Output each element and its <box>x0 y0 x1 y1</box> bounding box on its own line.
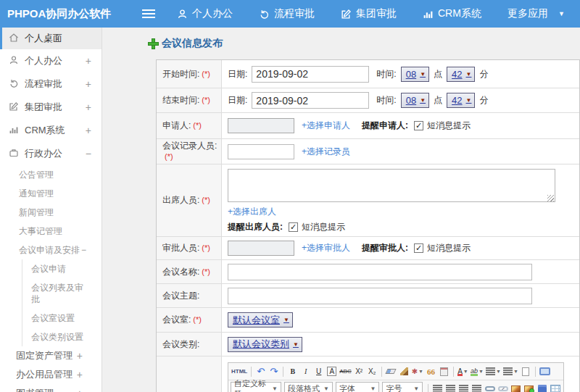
highlight-color-button[interactable]: ab▼ <box>470 365 484 378</box>
align-center-icon[interactable] <box>444 383 457 392</box>
nav-crm-system[interactable]: CRM系统 <box>423 7 481 20</box>
pick-attendees-link[interactable]: +选择出席人 <box>228 206 276 218</box>
attendees-textarea[interactable] <box>228 169 555 202</box>
sidebar-item-desktop[interactable]: 个人桌面 <box>0 28 102 49</box>
sidebar-item-label: 图书管理 <box>16 387 54 392</box>
bold-button[interactable]: B <box>286 365 299 378</box>
caret-down-icon: ▼ <box>418 369 423 374</box>
ordered-list-button[interactable]: ▼ <box>485 365 502 378</box>
insert-media-icon[interactable] <box>536 383 548 392</box>
pick-approver-link[interactable]: +选择审批人 <box>302 242 350 254</box>
italic-button[interactable]: I <box>299 365 312 378</box>
expand-icon[interactable]: + <box>86 125 91 136</box>
sidebar-item-meeting-apply[interactable]: 会议申请 <box>22 259 89 278</box>
underline-button[interactable]: U <box>312 365 325 378</box>
start-date-input[interactable] <box>252 66 369 83</box>
end-minute-select[interactable]: 42▼ <box>447 93 475 108</box>
approver-sms-checkbox[interactable]: ✓ <box>414 243 423 253</box>
link-icon[interactable] <box>484 383 496 392</box>
meeting-type-select[interactable]: 默认会议类别▼ <box>228 337 302 352</box>
strikethrough-button[interactable]: ABC <box>339 365 352 378</box>
sidebar-item-notice-mgmt[interactable]: 通知管理 <box>0 184 102 203</box>
end-date-input[interactable] <box>252 92 369 109</box>
expand-icon[interactable]: + <box>77 388 83 392</box>
redo-icon[interactable]: ↷ <box>268 365 280 378</box>
align-justify-icon[interactable] <box>471 383 483 392</box>
attendees-sms-checkbox[interactable]: ✓ <box>289 222 298 232</box>
expand-icon[interactable]: + <box>77 350 83 362</box>
paint-format-button[interactable]: ✱▼ <box>411 365 424 378</box>
editor-toolbar-row1: HTML ↶ ↷ B I U A ABC X² X₂ <box>228 363 563 380</box>
recorder-input[interactable] <box>228 144 294 159</box>
align-left-icon[interactable] <box>431 383 444 392</box>
paragraph-format-select[interactable]: 段落格式▼ <box>284 382 333 392</box>
sidebar-item-library-mgmt[interactable]: 图书管理 + <box>0 384 102 392</box>
nav-process-approval[interactable]: 流程审批 <box>259 7 315 20</box>
html-source-button[interactable]: HTML <box>231 365 248 378</box>
end-hour-select[interactable]: 08▼ <box>401 93 429 108</box>
upload-image-icon[interactable] <box>523 383 535 392</box>
sidebar-group-meeting[interactable]: 会议申请及安排− <box>0 241 102 259</box>
collapse-icon[interactable]: − <box>81 245 86 255</box>
sidebar-item-crm[interactable]: CRM系统 + <box>0 119 102 142</box>
custom-title-select[interactable]: 自定义标题▼ <box>231 382 281 392</box>
blockquote-button[interactable]: 66 <box>425 365 437 378</box>
sidebar-item-meeting-room-setting[interactable]: 会议室设置 <box>22 309 89 328</box>
clean-format-icon[interactable] <box>398 365 410 378</box>
unordered-list-button[interactable]: ▼ <box>502 365 519 378</box>
undo-icon[interactable]: ↶ <box>254 365 267 378</box>
paste-icon[interactable] <box>438 365 450 378</box>
meeting-name-input[interactable] <box>228 264 532 280</box>
pick-recorder-link[interactable]: +选择记录员 <box>302 146 350 158</box>
nav-group-approval[interactable]: 集团审批 <box>341 7 397 20</box>
sidebar-item-announcement-mgmt[interactable]: 公告管理 <box>0 165 102 184</box>
start-minute-select[interactable]: 42▼ <box>447 67 475 82</box>
insert-table-icon[interactable] <box>549 383 561 392</box>
font-border-button[interactable]: A <box>327 367 336 376</box>
approver-input[interactable] <box>228 241 294 256</box>
fullscreen-icon[interactable] <box>539 365 551 378</box>
nav-personal-office[interactable]: 个人办公 <box>177 7 233 20</box>
process-icon <box>259 9 270 20</box>
expand-icon[interactable]: + <box>77 369 83 380</box>
start-hour-select[interactable]: 08▼ <box>401 67 429 82</box>
meeting-topic-input[interactable] <box>228 288 532 304</box>
sidebar-item-fixed-assets[interactable]: 固定资产管理 + <box>0 346 102 365</box>
insert-image-icon[interactable] <box>510 383 522 392</box>
new-page-icon[interactable] <box>520 365 532 378</box>
collapse-icon[interactable]: − <box>86 148 91 159</box>
sidebar-item-process-approval[interactable]: 流程审批 + <box>0 72 102 96</box>
font-color-button[interactable]: A▼ <box>457 365 469 378</box>
expand-icon[interactable]: + <box>86 101 91 113</box>
expand-icon[interactable]: + <box>86 55 91 67</box>
font-family-select[interactable]: 字体▼ <box>336 382 380 392</box>
sidebar-item-news-mgmt[interactable]: 新闻管理 <box>0 203 102 222</box>
applicant-sms-checkbox[interactable]: ✓ <box>414 121 423 130</box>
caret-down-icon: ▼ <box>420 71 426 78</box>
field-value: +选择记录员 <box>222 139 579 164</box>
sidebar-item-meeting-type-setting[interactable]: 会议类别设置 <box>22 328 89 346</box>
caret-down-icon[interactable]: ▼ <box>558 10 565 17</box>
nav-more-apps[interactable]: 更多应用 <box>508 7 548 20</box>
sidebar-item-office-supplies[interactable]: 办公用品管理 + <box>0 365 102 384</box>
caret-down-icon: ▼ <box>513 369 518 374</box>
eraser-icon[interactable] <box>385 365 397 378</box>
superscript-button[interactable]: X² <box>353 365 365 378</box>
nav-item-label: 流程审批 <box>274 7 315 20</box>
sidebar-item-personal-office[interactable]: 个人办公 + <box>0 49 102 72</box>
sidebar-item-group-approval[interactable]: 集团审批 + <box>0 96 102 119</box>
subscript-button[interactable]: X₂ <box>366 365 378 378</box>
bar-chart-icon <box>423 9 434 20</box>
menu-toggle-icon[interactable] <box>142 9 155 11</box>
unlink-icon[interactable] <box>497 383 509 392</box>
sidebar-item-admin-office[interactable]: 行政办公 − <box>0 142 102 165</box>
sidebar-item-meeting-list-approval[interactable]: 会议列表及审批 <box>22 278 89 309</box>
expand-icon[interactable]: + <box>86 78 91 90</box>
pick-applicant-link[interactable]: +选择申请人 <box>302 120 350 132</box>
align-right-icon[interactable] <box>457 383 470 392</box>
sidebar-item-events-mgmt[interactable]: 大事记管理 <box>0 222 102 241</box>
meeting-room-select[interactable]: 默认会议室▼ <box>228 312 293 328</box>
font-size-select[interactable]: 字号▼ <box>382 382 423 392</box>
resize-handle[interactable] <box>547 195 554 201</box>
applicant-input[interactable] <box>228 118 294 133</box>
